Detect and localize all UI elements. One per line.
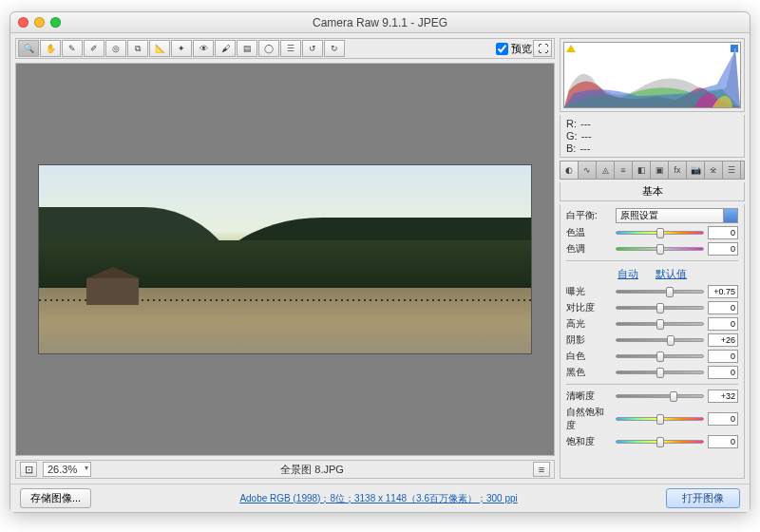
crop-tool-icon[interactable]: ⧉ — [127, 40, 148, 57]
saturation-value[interactable]: 0 — [708, 435, 738, 448]
tab-split[interactable]: ◧ — [633, 162, 651, 179]
r-value: --- — [580, 118, 591, 129]
body: 🔍 ✋ ✎ ✐ ◎ ⧉ 📐 ✦ 👁 🖌 ▤ ◯ ☰ ↺ ↻ 预览 — [10, 33, 750, 484]
workflow-link[interactable]: Adobe RGB (1998)；8位；3138 x 1148（3.6百万像素）… — [101, 492, 656, 505]
fit-zoom-icon[interactable]: ⊡ — [20, 462, 37, 477]
b-label: B: — [566, 142, 576, 154]
exposure-value[interactable]: +0.75 — [708, 285, 738, 298]
preview-label: 预览 — [511, 42, 532, 56]
contrast-slider[interactable] — [616, 306, 704, 310]
image-preview — [38, 164, 532, 354]
titlebar: Camera Raw 9.1.1 - JPEG — [10, 12, 750, 33]
panel-tabs: ◐ ∿ ◬ ≡ ◧ ▣ fx 📷 ※ ☰ — [560, 161, 745, 180]
color-sampler-icon[interactable]: ✐ — [84, 40, 104, 57]
left-column: 🔍 ✋ ✎ ✐ ◎ ⧉ 📐 ✦ 👁 🖌 ▤ ◯ ☰ ↺ ↻ 预览 — [15, 38, 555, 479]
white-balance-row: 白平衡: 原照设置 — [566, 208, 738, 223]
shadow-label: 阴影 — [566, 333, 612, 347]
vibrance-label: 自然饱和度 — [566, 406, 612, 432]
temp-label: 色温 — [566, 226, 612, 239]
black-value[interactable]: 0 — [708, 366, 738, 379]
eyedropper-white-icon[interactable]: ✎ — [62, 40, 83, 57]
black-slider[interactable] — [616, 370, 704, 374]
tab-basic[interactable]: ◐ — [560, 162, 579, 179]
basic-panel: 白平衡: 原照设置 色温0 色调0 自动 默认值 曝光+0.75 对比度0 高光… — [560, 204, 745, 479]
bottombar: ⊡ 26.3% 全景图 8.JPG ≡ — [15, 460, 555, 479]
tint-slider[interactable] — [616, 247, 704, 251]
auto-link[interactable]: 自动 — [618, 267, 638, 281]
tab-curve[interactable]: ∿ — [579, 162, 597, 179]
tab-fx[interactable]: fx — [669, 162, 687, 179]
spot-removal-icon[interactable]: ✦ — [171, 40, 192, 57]
adjustment-brush-icon[interactable]: 🖌 — [215, 40, 236, 57]
white-balance-select[interactable]: 原照设置 — [616, 208, 738, 223]
save-image-button[interactable]: 存储图像... — [20, 488, 91, 508]
hand-tool-icon[interactable]: ✋ — [40, 40, 61, 57]
preferences-icon[interactable]: ☰ — [280, 40, 301, 57]
filmstrip-icon[interactable]: ≡ — [533, 462, 550, 477]
straighten-tool-icon[interactable]: 📐 — [149, 40, 170, 57]
white-value[interactable]: 0 — [708, 350, 738, 363]
window-title: Camera Raw 9.1.1 - JPEG — [10, 16, 750, 29]
highlight-value[interactable]: 0 — [708, 317, 738, 331]
highlight-label: 高光 — [566, 317, 612, 331]
redeye-tool-icon[interactable]: 👁 — [193, 40, 214, 57]
tab-lens[interactable]: ▣ — [651, 162, 669, 179]
r-label: R: — [566, 118, 577, 129]
tab-snapshots[interactable]: ☰ — [723, 162, 741, 179]
g-label: G: — [566, 130, 578, 142]
target-adjust-icon[interactable]: ◎ — [105, 40, 126, 57]
zoom-select[interactable]: 26.3% — [43, 462, 91, 477]
preview-checkbox[interactable]: 预览 — [496, 42, 532, 56]
exposure-label: 曝光 — [566, 285, 612, 298]
fullscreen-icon[interactable]: ⛶ — [533, 40, 552, 57]
clarity-label: 清晰度 — [566, 390, 612, 403]
tint-label: 色调 — [566, 242, 612, 256]
tab-hsl[interactable]: ≡ — [615, 162, 633, 179]
shadow-value[interactable]: +26 — [708, 333, 738, 347]
rgb-readout: R:--- G:--- B:--- — [560, 115, 745, 158]
canvas-area[interactable] — [15, 63, 555, 456]
panel-title: 基本 — [560, 182, 745, 201]
black-label: 黑色 — [566, 366, 612, 379]
vibrance-slider[interactable] — [616, 417, 704, 421]
white-label: 白色 — [566, 350, 612, 363]
saturation-label: 饱和度 — [566, 435, 612, 448]
camera-raw-window: Camera Raw 9.1.1 - JPEG 🔍 ✋ ✎ ✐ ◎ ⧉ 📐 ✦ … — [10, 11, 750, 513]
default-link[interactable]: 默认值 — [656, 267, 687, 281]
auto-row: 自动 默认值 — [566, 266, 738, 282]
histogram[interactable] — [563, 42, 741, 108]
temp-value[interactable]: 0 — [708, 226, 738, 239]
open-image-button[interactable]: 打开图像 — [666, 488, 740, 508]
saturation-slider[interactable] — [616, 440, 704, 444]
graduated-filter-icon[interactable]: ▤ — [237, 40, 257, 57]
histogram-container — [560, 38, 745, 112]
contrast-value[interactable]: 0 — [708, 301, 738, 314]
wb-label: 白平衡: — [566, 209, 612, 222]
tab-detail[interactable]: ◬ — [597, 162, 615, 179]
rotate-cw-icon[interactable]: ↻ — [324, 40, 345, 57]
white-slider[interactable] — [616, 354, 704, 358]
zoom-tool-icon[interactable]: 🔍 — [18, 40, 39, 57]
b-value: --- — [580, 142, 590, 154]
g-value: --- — [581, 130, 592, 142]
radial-filter-icon[interactable]: ◯ — [258, 40, 279, 57]
footer: 存储图像... Adobe RGB (1998)；8位；3138 x 1148（… — [10, 484, 750, 512]
shadow-slider[interactable] — [616, 338, 704, 342]
toolbar: 🔍 ✋ ✎ ✐ ◎ ⧉ 📐 ✦ 👁 🖌 ▤ ◯ ☰ ↺ ↻ 预览 — [15, 38, 555, 59]
highlight-slider[interactable] — [616, 322, 704, 326]
tab-camera[interactable]: 📷 — [687, 162, 705, 179]
rotate-ccw-icon[interactable]: ↺ — [302, 40, 323, 57]
right-panel: R:--- G:--- B:--- ◐ ∿ ◬ ≡ ◧ ▣ fx 📷 ※ ☰ 基… — [560, 38, 745, 479]
preview-check-input[interactable] — [496, 43, 508, 55]
tab-presets[interactable]: ※ — [705, 162, 723, 179]
vibrance-value[interactable]: 0 — [708, 412, 738, 426]
temp-slider[interactable] — [616, 231, 704, 235]
tint-value[interactable]: 0 — [708, 242, 738, 256]
exposure-slider[interactable] — [616, 290, 704, 294]
clarity-value[interactable]: +32 — [708, 390, 738, 403]
filename-label: 全景图 8.JPG — [97, 463, 527, 477]
contrast-label: 对比度 — [566, 301, 612, 314]
clarity-slider[interactable] — [616, 394, 704, 398]
